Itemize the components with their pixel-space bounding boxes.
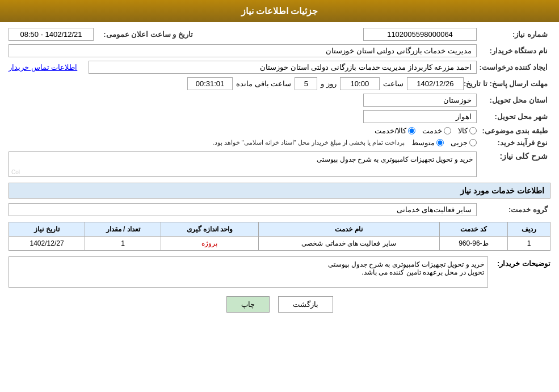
print-button[interactable]: چاپ: [226, 296, 270, 313]
cell-vahed: پروژه: [161, 237, 259, 251]
page-title: جزئیات اطلاعات نیاز: [241, 6, 318, 16]
shomara-niaz-value: 1102005598000064: [363, 28, 477, 41]
ijad-konande-label: ایجاد کننده درخواست:: [477, 63, 550, 71]
radio-jozi: جزیی: [451, 138, 477, 147]
radio-kala-input[interactable]: [469, 127, 477, 134]
shahr-label: شهر محل تحویل:: [477, 112, 550, 121]
radio-jozi-label: جزیی: [451, 138, 468, 147]
radio-motevaset-input[interactable]: [436, 139, 444, 146]
radio-kala-khedmat: کالا/خدمت: [375, 127, 415, 135]
saat-separator: ساعت: [383, 79, 404, 88]
cell-radif: 1: [508, 237, 550, 251]
tabaqe-label: طبقه بندی موضوعی:: [477, 127, 550, 135]
nooe-label: نوع فرآیند خرید:: [477, 138, 550, 147]
table-row: 1 ط-96-960 سایر فعالیت های خدماتی شخصی پ…: [9, 237, 550, 251]
radio-motevaset: متوسط: [411, 138, 444, 147]
mohlat-saat: 10:00: [340, 77, 380, 90]
col-tarikh: تاریخ نیاز: [9, 222, 85, 237]
services-table-container: ردیف کد خدمت نام خدمت واحد اندازه گیری ت…: [9, 222, 550, 251]
radio-khedmat: خدمت: [422, 127, 451, 135]
tosifat-text: خرید و تحویل تجهیزات کامپیوتری به شرح جد…: [328, 260, 484, 276]
radio-khedmat-input[interactable]: [444, 127, 451, 134]
sharh-kolli-value: خرید و تحویل تجهیزات کامپیوتری به شرح جد…: [317, 155, 473, 163]
ijad-konande-value: احمد مزرعه کاربرداز مدیریت خدمات بازرگان…: [89, 61, 477, 74]
gorohe-value: سایر فعالیت‌های خدماتی: [9, 203, 477, 216]
tabaqe-radio-group: کالا خدمت کالا/خدمت: [375, 127, 477, 135]
mohlat-date: 1402/12/26: [407, 77, 464, 90]
back-button[interactable]: بازگشت: [278, 296, 333, 313]
radio-kala-khedmat-input[interactable]: [408, 127, 415, 134]
shomara-niaz-label: شماره نیاز:: [477, 30, 550, 39]
nooe-description: پرداخت تمام یا بخشی از مبلغ خریداز محل "…: [212, 139, 405, 146]
tosifat-label: توضیحات خریدار:: [494, 256, 550, 268]
nam-dastgah-value: مدیریت خدمات بازرگانی دولتی استان خوزستا…: [9, 44, 477, 57]
col-nam: نام خدمت: [258, 222, 439, 237]
col-vahed: واحد اندازه گیری: [161, 222, 259, 237]
gorohe-label: گروه خدمت:: [477, 205, 550, 214]
mohlat-roz: 5: [295, 77, 317, 90]
tosifat-value: خرید و تحویل تجهیزات کامپیوتری به شرح جد…: [9, 256, 488, 288]
radio-jozi-input[interactable]: [469, 139, 477, 146]
page-header: جزئیات اطلاعات نیاز: [0, 0, 559, 22]
cell-tarikh: 1402/12/27: [9, 237, 85, 251]
nam-dastgah-label: نام دستگاه خریدار:: [477, 47, 550, 55]
roz-label: روز و: [321, 79, 337, 88]
col-indicator: Col: [11, 169, 20, 175]
tarikh-elan-value: 1402/12/21 - 08:50: [9, 28, 94, 41]
services-table: ردیف کد خدمت نام خدمت واحد اندازه گیری ت…: [9, 222, 550, 251]
nooe-radio-group: جزیی متوسط پرداخت تمام یا بخشی از مبلغ خ…: [212, 138, 477, 147]
col-radif: ردیف: [508, 222, 550, 237]
radio-kala: کالا: [458, 127, 477, 135]
shahr-value: اهواز: [363, 110, 477, 123]
radio-khedmat-label: خدمت: [422, 127, 442, 135]
button-row: بازگشت چاپ: [9, 296, 550, 321]
mohlat-label: مهلت ارسال پاسخ: تا تاریخ:: [464, 79, 550, 88]
col-tedad: تعداد / مقدار: [85, 222, 161, 237]
cell-tedad: 1: [85, 237, 161, 251]
radio-kala-label: کالا: [458, 127, 468, 135]
tarikh-elan-label: تاریخ و ساعت اعلان عمومی:: [94, 30, 196, 39]
sharh-kolli-label: شرح کلی نیاز:: [477, 151, 550, 161]
cell-nam: سایر فعالیت های خدماتی شخصی: [258, 237, 439, 251]
mohlat-baqi: 00:31:01: [187, 77, 233, 90]
cell-kod: ط-96-960: [439, 237, 508, 251]
ostan-label: استان محل تحویل:: [477, 96, 550, 104]
col-kod: کد خدمت: [439, 222, 508, 237]
etelaat-khedamat-title: اطلاعات خدمات مورد نیاز: [9, 183, 550, 199]
saat-label: ساعت: [383, 79, 404, 88]
ostan-value: خوزستان: [363, 94, 477, 107]
radio-kala-khedmat-label: کالا/خدمت: [375, 127, 406, 135]
ettelaat-tamas-link[interactable]: اطلاعات تماس خریدار: [9, 63, 77, 71]
radio-motevaset-label: متوسط: [411, 138, 435, 147]
baqi-label: ساعت باقی مانده: [236, 79, 291, 88]
